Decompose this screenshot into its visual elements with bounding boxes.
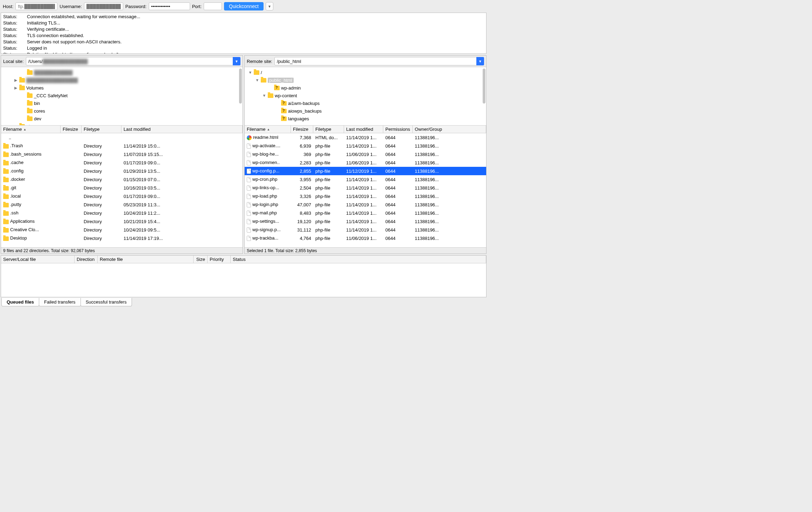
tree-node[interactable]: ████████████ (1, 69, 243, 76)
scrollbar[interactable] (483, 69, 485, 104)
disclosure-triangle-icon[interactable] (21, 93, 26, 98)
disclosure-triangle-icon[interactable] (268, 86, 273, 90)
tab-queued-files[interactable]: Queued files (1, 298, 39, 306)
message-log[interactable]: Status:Connection established, waiting f… (1, 13, 486, 54)
remote-file-list[interactable]: Filename▲ Filesize Filetype Last modifie… (245, 126, 486, 247)
tree-node[interactable]: ▶Volumes (1, 84, 243, 92)
file-row[interactable]: .dockerDirectory01/15/2019 07:0... (1, 175, 243, 184)
file-row[interactable]: .puttyDirectory05/23/2019 11:3... (1, 200, 243, 209)
col-filesize[interactable]: Filesize (61, 126, 82, 133)
queue-body[interactable] (1, 263, 486, 297)
file-row[interactable]: wp-login.php47,007php-file11/14/2019 1..… (245, 200, 486, 209)
disclosure-triangle-icon[interactable] (21, 116, 26, 121)
disclosure-triangle-icon[interactable] (21, 101, 26, 105)
file-row[interactable]: wp-trackba...4,764php-file11/06/2019 1..… (245, 234, 486, 242)
tree-node[interactable]: dev (1, 115, 243, 122)
tree-node[interactable]: aiowps_backups (245, 107, 486, 115)
file-row[interactable]: .gitDirectory10/16/2019 03:5... (1, 184, 243, 192)
tree-node-label: ████████████ (34, 70, 73, 75)
tree-node[interactable]: wp-admin (245, 84, 486, 92)
file-row[interactable]: wp-links-op...2,504php-file11/14/2019 1.… (245, 184, 486, 192)
col-owner[interactable]: Owner/Group (413, 126, 486, 133)
quickconnect-history-button[interactable]: ▼ (266, 2, 273, 10)
tree-node[interactable]: ▶etc (1, 122, 243, 126)
disclosure-triangle-icon[interactable]: ▼ (262, 93, 266, 98)
file-row[interactable]: .sshDirectory10/24/2019 11:2... (1, 209, 243, 217)
username-input[interactable] (84, 2, 123, 10)
file-row[interactable]: ApplicationsDirectory10/21/2019 15:4... (1, 217, 243, 226)
file-row[interactable]: DesktopDirectory11/14/2019 17:19... (1, 234, 243, 242)
tree-node[interactable]: ai1wm-backups (245, 99, 486, 107)
file-row[interactable]: wp-load.php3,326php-file11/14/2019 1...0… (245, 192, 486, 200)
col-filename[interactable]: Filename▲ (245, 126, 291, 133)
file-row[interactable]: .cacheDirectory01/17/2019 09:0... (1, 158, 243, 167)
scrollbar[interactable] (239, 69, 242, 104)
disclosure-triangle-icon[interactable] (21, 109, 26, 113)
tree-node[interactable]: ▶████████████████ (1, 76, 243, 84)
file-row[interactable]: Creative Clo...Directory10/24/2019 09:5.… (1, 226, 243, 234)
file-row[interactable]: .TrashDirectory11/14/2019 15:0... (1, 142, 243, 150)
port-input[interactable] (204, 2, 222, 10)
transfer-queue[interactable]: Server/Local file Direction Remote file … (1, 255, 486, 297)
file-row[interactable]: wp-activate....6,939php-file11/14/2019 1… (245, 142, 486, 150)
tab-successful-transfers[interactable]: Successful transfers (80, 298, 132, 306)
col-modified[interactable]: Last modified (121, 126, 243, 133)
col-direction[interactable]: Direction (75, 256, 98, 263)
disclosure-triangle-icon[interactable]: ▼ (255, 78, 259, 82)
quickconnect-button[interactable]: Quickconnect (224, 2, 264, 10)
file-row[interactable]: wp-mail.php8,483php-file11/14/2019 1...0… (245, 209, 486, 217)
local-file-list[interactable]: Filename▲ Filesize Filetype Last modifie… (1, 126, 243, 247)
col-filetype[interactable]: Filetype (82, 126, 121, 133)
remote-path-input[interactable]: /public_html (274, 57, 482, 65)
queue-header[interactable]: Server/Local file Direction Remote file … (1, 256, 486, 263)
disclosure-triangle-icon[interactable]: ▼ (248, 70, 252, 74)
disclosure-triangle-icon[interactable]: ▶ (14, 78, 18, 82)
cell-filetype: php-file (313, 219, 344, 224)
col-priority[interactable]: Priority (208, 256, 231, 263)
file-row[interactable]: .bash_sessionsDirectory11/07/2019 15:15.… (1, 150, 243, 158)
host-input[interactable] (15, 2, 57, 10)
tab-failed-transfers[interactable]: Failed transfers (39, 298, 81, 306)
col-permissions[interactable]: Permissions (383, 126, 413, 133)
col-filename[interactable]: Filename▲ (1, 126, 61, 133)
remote-path-dropdown[interactable]: ▼ (476, 57, 484, 65)
col-filesize[interactable]: Filesize (291, 126, 313, 133)
local-path-dropdown[interactable]: ▼ (233, 57, 240, 65)
file-row[interactable]: .configDirectory01/29/2019 13:5... (1, 167, 243, 175)
disclosure-triangle-icon[interactable] (275, 116, 280, 121)
col-modified[interactable]: Last modified (344, 126, 383, 133)
tree-node[interactable]: ▼wp-content (245, 92, 486, 99)
file-row[interactable]: wp-signup.p...31,112php-file11/14/2019 1… (245, 226, 486, 234)
remote-tree[interactable]: ▼/▼public_htmlwp-admin▼wp-contentai1wm-b… (245, 67, 486, 126)
col-status[interactable]: Status (231, 256, 486, 263)
tree-node[interactable]: cores (1, 107, 243, 115)
log-message: Verifying certificate... (27, 26, 69, 33)
tree-node[interactable]: _CCC SafetyNet (1, 92, 243, 99)
password-input[interactable] (149, 2, 190, 10)
file-row[interactable]: wp-config.p...2,855php-file11/12/2019 1.… (245, 167, 486, 175)
col-size[interactable]: Size (194, 256, 208, 263)
file-row[interactable]: wp-commen..2,283php-file11/06/2019 1...0… (245, 158, 486, 167)
local-tree[interactable]: ████████████▶████████████████▶Volumes_CC… (1, 67, 243, 126)
tree-node[interactable]: ▼/ (245, 69, 486, 76)
local-file-header[interactable]: Filename▲ Filesize Filetype Last modifie… (1, 126, 243, 133)
file-row[interactable]: wp-settings...19,120php-file11/14/2019 1… (245, 217, 486, 226)
col-filetype[interactable]: Filetype (313, 126, 344, 133)
tree-node[interactable]: languages (245, 115, 486, 122)
tree-node[interactable]: ▼public_html (245, 76, 486, 84)
remote-file-header[interactable]: Filename▲ Filesize Filetype Last modifie… (245, 126, 486, 133)
col-server-file[interactable]: Server/Local file (1, 256, 75, 263)
file-row[interactable]: wp-blog-he...369php-file11/06/2019 1...0… (245, 150, 486, 158)
file-row[interactable]: wp-cron.php3,955php-file11/14/2019 1...0… (245, 175, 486, 184)
cell-modified: 11/14/2019 1... (344, 135, 383, 140)
file-row[interactable]: .. (1, 133, 243, 142)
disclosure-triangle-icon[interactable]: ▶ (14, 86, 18, 90)
disclosure-triangle-icon[interactable] (275, 101, 280, 105)
disclosure-triangle-icon[interactable] (21, 70, 26, 74)
col-remote-file[interactable]: Remote file (98, 256, 194, 263)
tree-node[interactable]: bin (1, 99, 243, 107)
local-path-input[interactable]: /Users/ ██████████████ (26, 57, 238, 65)
file-row[interactable]: .localDirectory01/17/2019 09:0... (1, 192, 243, 200)
file-row[interactable]: readme.html7,368HTML do...11/14/2019 1..… (245, 133, 486, 142)
disclosure-triangle-icon[interactable] (275, 109, 280, 113)
